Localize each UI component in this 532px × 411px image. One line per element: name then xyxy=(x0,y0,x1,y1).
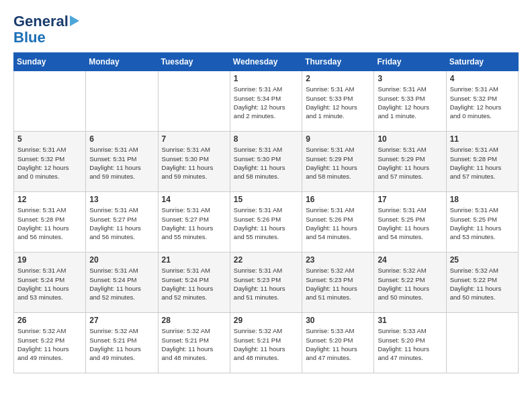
day-number: 10 xyxy=(378,134,442,144)
calendar-cell: 9Sunrise: 5:31 AM Sunset: 5:29 PM Daylig… xyxy=(302,132,374,192)
day-info: Sunrise: 5:31 AM Sunset: 5:32 PM Dayligh… xyxy=(450,85,515,120)
day-number: 26 xyxy=(17,316,82,325)
calendar-cell: 13Sunrise: 5:31 AM Sunset: 5:27 PM Dayli… xyxy=(86,192,158,253)
calendar-cell: 24Sunrise: 5:32 AM Sunset: 5:22 PM Dayli… xyxy=(374,253,446,313)
logo-text: General xyxy=(13,13,79,30)
day-info: Sunrise: 5:31 AM Sunset: 5:25 PM Dayligh… xyxy=(378,205,442,241)
calendar-cell: 16Sunrise: 5:31 AM Sunset: 5:26 PM Dayli… xyxy=(302,192,374,253)
day-number: 11 xyxy=(450,134,515,144)
day-info: Sunrise: 5:31 AM Sunset: 5:26 PM Dayligh… xyxy=(234,205,298,241)
calendar-header-thursday: Thursday xyxy=(302,53,374,71)
calendar-cell: 14Sunrise: 5:31 AM Sunset: 5:27 PM Dayli… xyxy=(158,192,230,253)
calendar-cell: 30Sunrise: 5:33 AM Sunset: 5:20 PM Dayli… xyxy=(302,313,374,373)
day-number: 31 xyxy=(378,316,442,325)
day-info: Sunrise: 5:31 AM Sunset: 5:26 PM Dayligh… xyxy=(306,205,370,241)
day-number: 1 xyxy=(234,74,298,83)
calendar-header-tuesday: Tuesday xyxy=(158,53,230,71)
calendar-cell: 19Sunrise: 5:31 AM Sunset: 5:24 PM Dayli… xyxy=(14,253,86,313)
day-info: Sunrise: 5:31 AM Sunset: 5:30 PM Dayligh… xyxy=(162,145,226,181)
calendar-cell: 23Sunrise: 5:32 AM Sunset: 5:23 PM Dayli… xyxy=(302,253,374,313)
calendar-week-row: 12Sunrise: 5:31 AM Sunset: 5:28 PM Dayli… xyxy=(14,192,519,253)
day-number: 7 xyxy=(162,134,226,144)
day-info: Sunrise: 5:31 AM Sunset: 5:27 PM Dayligh… xyxy=(89,205,154,241)
calendar-cell: 20Sunrise: 5:31 AM Sunset: 5:24 PM Dayli… xyxy=(86,253,158,313)
day-info: Sunrise: 5:33 AM Sunset: 5:20 PM Dayligh… xyxy=(378,326,442,362)
day-number: 25 xyxy=(450,255,515,265)
calendar-cell: 26Sunrise: 5:32 AM Sunset: 5:22 PM Dayli… xyxy=(14,313,86,373)
day-info: Sunrise: 5:32 AM Sunset: 5:22 PM Dayligh… xyxy=(17,326,82,362)
calendar-cell: 11Sunrise: 5:31 AM Sunset: 5:28 PM Dayli… xyxy=(446,132,518,192)
day-number: 29 xyxy=(234,316,298,325)
day-number: 12 xyxy=(17,195,82,204)
calendar-cell: 27Sunrise: 5:32 AM Sunset: 5:21 PM Dayli… xyxy=(86,313,158,373)
day-number: 28 xyxy=(162,316,226,325)
calendar-week-row: 26Sunrise: 5:32 AM Sunset: 5:22 PM Dayli… xyxy=(14,313,519,373)
day-info: Sunrise: 5:31 AM Sunset: 5:30 PM Dayligh… xyxy=(234,145,298,181)
day-info: Sunrise: 5:33 AM Sunset: 5:20 PM Dayligh… xyxy=(306,326,370,362)
calendar-cell: 17Sunrise: 5:31 AM Sunset: 5:25 PM Dayli… xyxy=(374,192,446,253)
day-info: Sunrise: 5:32 AM Sunset: 5:22 PM Dayligh… xyxy=(450,266,515,302)
calendar-table: SundayMondayTuesdayWednesdayThursdayFrid… xyxy=(13,52,519,373)
calendar-header-monday: Monday xyxy=(86,53,158,71)
day-info: Sunrise: 5:31 AM Sunset: 5:33 PM Dayligh… xyxy=(306,85,370,120)
day-info: Sunrise: 5:31 AM Sunset: 5:24 PM Dayligh… xyxy=(17,266,82,302)
calendar-cell: 3Sunrise: 5:31 AM Sunset: 5:33 PM Daylig… xyxy=(374,71,446,132)
calendar-cell: 6Sunrise: 5:31 AM Sunset: 5:31 PM Daylig… xyxy=(86,132,158,192)
day-info: Sunrise: 5:31 AM Sunset: 5:32 PM Dayligh… xyxy=(17,145,82,181)
day-number: 6 xyxy=(89,134,154,144)
calendar-cell: 25Sunrise: 5:32 AM Sunset: 5:22 PM Dayli… xyxy=(446,253,518,313)
day-number: 27 xyxy=(89,316,154,325)
day-info: Sunrise: 5:31 AM Sunset: 5:24 PM Dayligh… xyxy=(89,266,154,302)
day-info: Sunrise: 5:31 AM Sunset: 5:28 PM Dayligh… xyxy=(17,205,82,241)
calendar-header-saturday: Saturday xyxy=(446,53,518,71)
calendar-cell xyxy=(86,71,158,132)
calendar-cell: 12Sunrise: 5:31 AM Sunset: 5:28 PM Dayli… xyxy=(14,192,86,253)
calendar-header-row: SundayMondayTuesdayWednesdayThursdayFrid… xyxy=(14,53,519,71)
calendar-cell: 4Sunrise: 5:31 AM Sunset: 5:32 PM Daylig… xyxy=(446,71,518,132)
day-number: 20 xyxy=(89,255,154,265)
day-info: Sunrise: 5:31 AM Sunset: 5:23 PM Dayligh… xyxy=(234,266,298,302)
day-number: 19 xyxy=(17,255,82,265)
day-number: 15 xyxy=(234,195,298,204)
calendar-cell: 18Sunrise: 5:31 AM Sunset: 5:25 PM Dayli… xyxy=(446,192,518,253)
calendar-cell: 5Sunrise: 5:31 AM Sunset: 5:32 PM Daylig… xyxy=(14,132,86,192)
page-header: General Blue xyxy=(13,13,519,46)
calendar-cell: 29Sunrise: 5:32 AM Sunset: 5:21 PM Dayli… xyxy=(230,313,302,373)
day-number: 5 xyxy=(17,134,82,144)
day-info: Sunrise: 5:31 AM Sunset: 5:29 PM Dayligh… xyxy=(306,145,370,181)
day-number: 3 xyxy=(378,74,442,83)
calendar-cell xyxy=(446,313,518,373)
day-number: 14 xyxy=(162,195,226,204)
day-info: Sunrise: 5:31 AM Sunset: 5:25 PM Dayligh… xyxy=(450,205,515,241)
day-number: 18 xyxy=(450,195,515,204)
logo: General Blue xyxy=(13,13,79,46)
day-number: 13 xyxy=(89,195,154,204)
day-info: Sunrise: 5:31 AM Sunset: 5:31 PM Dayligh… xyxy=(89,145,154,181)
day-number: 22 xyxy=(234,255,298,265)
calendar-cell: 1Sunrise: 5:31 AM Sunset: 5:34 PM Daylig… xyxy=(230,71,302,132)
calendar-week-row: 5Sunrise: 5:31 AM Sunset: 5:32 PM Daylig… xyxy=(14,132,519,192)
day-info: Sunrise: 5:32 AM Sunset: 5:23 PM Dayligh… xyxy=(306,266,370,302)
day-info: Sunrise: 5:31 AM Sunset: 5:34 PM Dayligh… xyxy=(234,85,298,120)
calendar-week-row: 19Sunrise: 5:31 AM Sunset: 5:24 PM Dayli… xyxy=(14,253,519,313)
day-number: 17 xyxy=(378,195,442,204)
calendar-cell xyxy=(14,71,86,132)
day-number: 23 xyxy=(306,255,370,265)
day-info: Sunrise: 5:31 AM Sunset: 5:24 PM Dayligh… xyxy=(162,266,226,302)
day-number: 2 xyxy=(306,74,370,83)
calendar-cell: 2Sunrise: 5:31 AM Sunset: 5:33 PM Daylig… xyxy=(302,71,374,132)
calendar-week-row: 1Sunrise: 5:31 AM Sunset: 5:34 PM Daylig… xyxy=(14,71,519,132)
day-number: 8 xyxy=(234,134,298,144)
calendar-cell: 31Sunrise: 5:33 AM Sunset: 5:20 PM Dayli… xyxy=(374,313,446,373)
calendar-header-friday: Friday xyxy=(374,53,446,71)
calendar-cell: 28Sunrise: 5:32 AM Sunset: 5:21 PM Dayli… xyxy=(158,313,230,373)
calendar-header-wednesday: Wednesday xyxy=(230,53,302,71)
day-number: 16 xyxy=(306,195,370,204)
calendar-cell xyxy=(158,71,230,132)
day-info: Sunrise: 5:32 AM Sunset: 5:21 PM Dayligh… xyxy=(234,326,298,362)
logo-blue: Blue xyxy=(13,30,46,46)
day-info: Sunrise: 5:31 AM Sunset: 5:28 PM Dayligh… xyxy=(450,145,515,181)
day-number: 24 xyxy=(378,255,442,265)
day-number: 9 xyxy=(306,134,370,144)
day-info: Sunrise: 5:31 AM Sunset: 5:33 PM Dayligh… xyxy=(378,85,442,120)
